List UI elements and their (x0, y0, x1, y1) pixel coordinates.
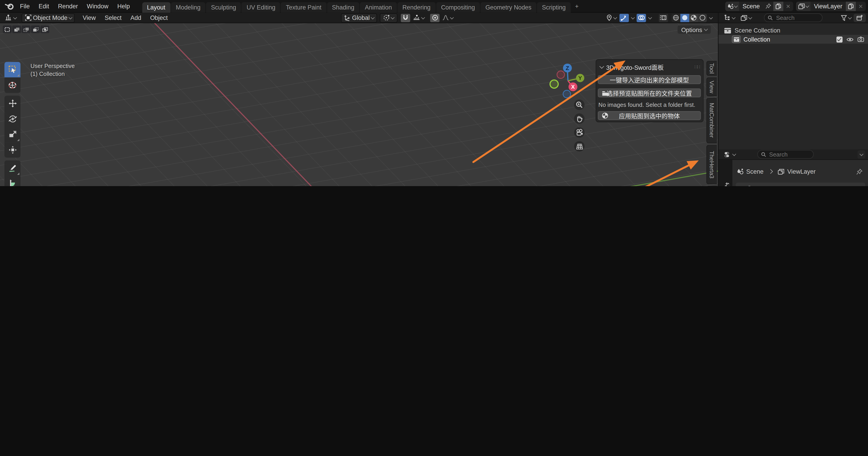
show-overlays-toggle[interactable] (637, 13, 646, 22)
proportional-falloff-dropdown[interactable] (440, 13, 456, 22)
viewlayer-name[interactable]: ViewLayer (811, 3, 846, 9)
outliner-row-scene-collection[interactable]: Scene Collection (719, 26, 868, 35)
blender-logo-icon[interactable] (4, 2, 14, 10)
menu-edit[interactable]: Edit (34, 3, 54, 9)
show-gizmo-toggle[interactable] (619, 13, 629, 22)
tool-measure-button[interactable] (4, 176, 21, 186)
outliner-editor-type-button[interactable] (721, 13, 738, 22)
viewport-3d[interactable]: User Perspective (1) Collection Options (0, 23, 718, 186)
gizmo-neg-z[interactable] (563, 90, 570, 98)
outliner-search-input[interactable] (775, 14, 816, 22)
unlink-scene-button[interactable]: ✕ (783, 3, 793, 9)
viewport-menu-select[interactable]: Select (100, 14, 126, 21)
disable-render-camera-icon[interactable] (857, 37, 864, 42)
viewport-menu-add[interactable]: Add (126, 14, 146, 21)
outliner-search[interactable] (764, 13, 822, 22)
side-tab-theherta3[interactable]: TheHerta3 (706, 145, 717, 184)
select-mode-intersect-button[interactable] (40, 26, 49, 33)
shading-solid-button[interactable] (680, 13, 689, 22)
shading-dropdown[interactable] (707, 13, 715, 22)
tab-tool-properties[interactable] (719, 180, 733, 186)
migoto-folder-button[interactable]: 选择预览贴图所在的文件夹位置 (598, 89, 701, 97)
shading-rendered-button[interactable] (698, 13, 707, 22)
row-label[interactable]: Scene Collection (735, 27, 780, 34)
workspace-tab-rendering[interactable]: Rendering (397, 2, 435, 13)
tool-options-dropdown[interactable]: Options (677, 26, 711, 34)
workspace-tab-texture-paint[interactable]: Texture Paint (281, 2, 327, 13)
scene-selector[interactable]: Scene ✕ (725, 1, 793, 11)
transform-orientation-dropdown[interactable]: Global (341, 13, 377, 23)
navigation-gizmo[interactable]: Z Y X (547, 61, 589, 103)
overlays-dropdown[interactable] (646, 13, 654, 22)
workspace-tab-animation[interactable]: Animation (360, 2, 397, 13)
snap-settings-dropdown[interactable] (410, 13, 427, 22)
breadcrumb-scene[interactable]: Scene (746, 168, 763, 174)
menu-window[interactable]: Window (82, 3, 113, 9)
migoto-panel-header[interactable]: 3Dmigoto-Sword面板 ∷∷ (596, 60, 703, 73)
perspective-toggle-button[interactable] (574, 141, 585, 152)
camera-view-button[interactable] (574, 127, 585, 138)
viewlayer-selector[interactable]: ViewLayer ✕ (796, 1, 866, 11)
scene-name[interactable]: Scene (739, 3, 763, 9)
scene-icon[interactable] (725, 1, 739, 11)
viewlayer-icon[interactable] (796, 1, 811, 11)
breadcrumb-viewlayer[interactable]: ViewLayer (787, 168, 815, 174)
drag-grip-icon[interactable]: ∷∷ (694, 64, 700, 70)
new-collection-button[interactable] (854, 13, 866, 22)
snap-toggle[interactable] (401, 13, 410, 22)
pin-icon[interactable] (857, 168, 863, 174)
mode-dropdown[interactable]: Object Mode (21, 13, 75, 23)
row-label[interactable]: Collection (743, 36, 770, 42)
workspace-tab-shading[interactable]: Shading (327, 2, 360, 13)
viewport-menu-object[interactable]: Object (146, 14, 172, 21)
outliner-filter-button[interactable] (838, 13, 854, 22)
gizmo-dropdown[interactable] (629, 13, 637, 22)
remove-viewlayer-button[interactable]: ✕ (856, 3, 866, 9)
object-visibility-dropdown[interactable] (603, 13, 619, 22)
copy-viewlayer-button[interactable] (846, 1, 856, 11)
gizmo-neg-y[interactable] (550, 80, 558, 88)
add-workspace-button[interactable]: + (571, 3, 583, 9)
hide-eye-icon[interactable] (846, 37, 854, 42)
shading-material-button[interactable] (689, 13, 698, 22)
workspace-tab-layout[interactable]: Layout (142, 2, 170, 13)
properties-editor-type-button[interactable] (721, 150, 738, 159)
properties-search[interactable] (757, 150, 813, 159)
gizmo-neg-x[interactable] (557, 71, 564, 78)
zoom-view-button[interactable] (574, 100, 585, 110)
workspace-tab-compositing[interactable]: Compositing (436, 2, 480, 13)
viewport-menu-view[interactable]: View (78, 14, 100, 21)
pivot-point-dropdown[interactable] (380, 13, 397, 23)
workspace-tab-uv-editing[interactable]: UV Editing (242, 2, 280, 13)
properties-options-dropdown[interactable] (857, 150, 865, 159)
tool-transform-button[interactable] (4, 142, 21, 158)
outliner-display-mode-button[interactable] (738, 13, 754, 22)
shading-wireframe-button[interactable] (671, 13, 680, 22)
pin-icon[interactable] (763, 3, 773, 9)
workspace-tab-geometry-nodes[interactable]: Geometry Nodes (480, 2, 536, 13)
side-tab-view[interactable]: View (706, 77, 717, 96)
select-mode-invert-button[interactable] (31, 26, 40, 33)
outliner-row-collection[interactable]: Collection (719, 35, 868, 43)
side-tab-sword[interactable]: Sword (706, 186, 717, 186)
menu-help[interactable]: Help (113, 3, 134, 9)
select-mode-subtract-button[interactable] (22, 26, 31, 33)
migoto-import-button[interactable]: 一键导入逆向出来的全部模型 (598, 75, 701, 84)
proportional-editing-toggle[interactable] (430, 13, 440, 22)
exclude-checkbox[interactable] (836, 36, 842, 42)
editor-type-button[interactable] (2, 13, 19, 22)
migoto-apply-button[interactable]: 应用贴图到选中的物体 (598, 111, 701, 120)
tool-rotate-button[interactable] (4, 111, 21, 127)
scene-panel-header[interactable]: Scene ∷∷ (736, 183, 865, 186)
pan-view-button[interactable] (574, 113, 585, 124)
menu-file[interactable]: File (16, 3, 34, 9)
side-tab-matcombiner[interactable]: MatCombiner (706, 98, 717, 143)
workspace-tab-sculpting[interactable]: Sculpting (206, 2, 241, 13)
menu-render[interactable]: Render (54, 3, 83, 9)
select-mode-set-button[interactable] (3, 26, 11, 33)
side-tab-tool[interactable]: Tool (706, 61, 717, 76)
workspace-tab-scripting[interactable]: Scripting (537, 2, 571, 13)
tool-move-button[interactable] (4, 96, 21, 111)
tool-annotate-button[interactable] (4, 160, 21, 176)
properties-search-input[interactable] (768, 151, 809, 158)
